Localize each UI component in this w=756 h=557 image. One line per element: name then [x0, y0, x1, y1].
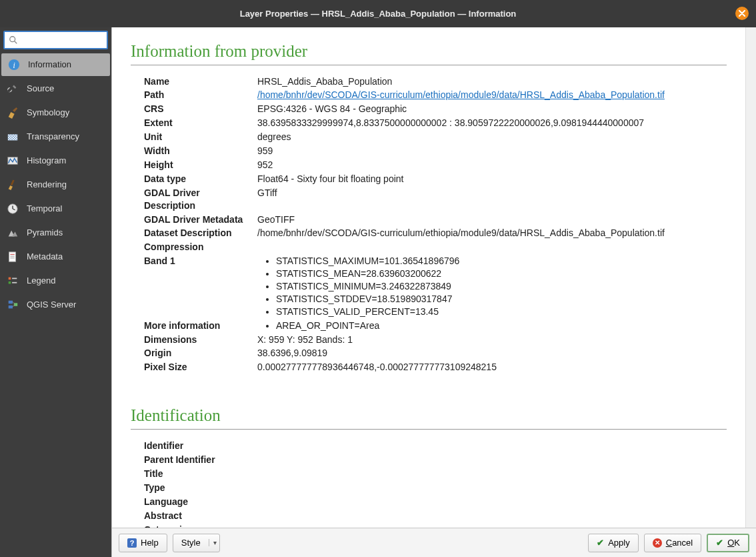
search-box[interactable] — [3, 31, 108, 49]
label-datatype: Data type — [144, 172, 257, 186]
server-icon — [5, 298, 20, 312]
apply-button[interactable]: ✔ Apply — [588, 534, 639, 552]
brush-icon — [5, 105, 20, 120]
sidebar-item-label: Rendering — [27, 179, 67, 189]
label-pixel-size: Pixel Size — [144, 360, 257, 374]
value-origin: 38.6396,9.09819 — [257, 346, 740, 360]
sidebar-item-label: Temporal — [27, 203, 62, 213]
sidebar-item-temporal[interactable]: Temporal — [0, 197, 111, 221]
label-abstract: Abstract — [144, 509, 257, 523]
identification-table: Identifier Parent Identifier Title Type … — [144, 439, 740, 528]
apply-button-label: Apply — [608, 538, 630, 548]
footer: ? Help Style ▾ ✔ Apply ✕ Cancel ✔ — [112, 528, 756, 557]
sidebar-item-label: Legend — [27, 275, 55, 286]
value-gdal-driver-meta: GeoTIFF — [257, 213, 740, 227]
search-input[interactable] — [21, 35, 103, 45]
provider-table: NameHRSL_Addis_Ababa_Population Path/hom… — [144, 75, 740, 375]
search-wrap — [0, 27, 111, 53]
help-button-label: Help — [141, 538, 159, 548]
window: Layer Properties — HRSL_Addis_Ababa_Popu… — [0, 0, 756, 557]
clock-icon — [5, 201, 20, 216]
value-dimensions: X: 959 Y: 952 Bands: 1 — [257, 333, 740, 347]
label-gdal-driver-meta: GDAL Driver Metadata — [144, 213, 257, 227]
style-button[interactable]: Style ▾ — [173, 534, 220, 552]
label-language: Language — [144, 495, 257, 509]
sidebar-item-symbology[interactable]: Symbology — [0, 101, 111, 125]
svg-text:i: i — [13, 61, 15, 69]
content-panel: Information from provider NameHRSL_Addis… — [111, 27, 756, 557]
sidebar-item-metadata[interactable]: Metadata — [0, 245, 111, 269]
cancel-button-label: Cancel — [666, 538, 693, 548]
sidebar-item-label: Pyramids — [27, 227, 63, 237]
nav-list: i Information Source Symbology Transpare… — [0, 53, 111, 557]
section-heading-provider: Information from provider — [131, 42, 727, 61]
sidebar-item-label: Symbology — [27, 107, 69, 117]
label-compression: Compression — [144, 240, 257, 254]
label-title: Title — [144, 467, 257, 481]
sidebar-item-rendering[interactable]: Rendering — [0, 173, 111, 197]
search-icon — [9, 35, 18, 45]
label-extent: Extent — [144, 116, 257, 130]
sidebar-item-histogram[interactable]: Histogram — [0, 149, 111, 173]
value-gdal-driver-desc: GTiff — [257, 186, 740, 213]
body: i Information Source Symbology Transpare… — [0, 27, 756, 557]
label-path: Path — [144, 88, 257, 102]
svg-rect-24 — [9, 305, 13, 308]
label-type: Type — [144, 481, 257, 495]
label-dimensions: Dimensions — [144, 333, 257, 347]
sidebar-item-label: Transparency — [27, 131, 79, 141]
cancel-button[interactable]: ✕ Cancel — [644, 534, 701, 552]
band1-stat: STATISTICS_STDDEV=18.519890317847 — [276, 293, 736, 306]
sidebar: i Information Source Symbology Transpare… — [0, 27, 111, 557]
label-width: Width — [144, 144, 257, 158]
sidebar-item-label: Histogram — [27, 155, 66, 165]
band1-stat: STATISTICS_MAXIMUM=101.36541896796 — [276, 255, 736, 267]
value-crs: EPSG:4326 - WGS 84 - Geographic — [257, 102, 740, 116]
info-icon: i — [7, 57, 21, 72]
ok-button[interactable]: ✔ OK — [707, 534, 749, 552]
sidebar-item-transparency[interactable]: Transparency — [0, 125, 111, 149]
paintbrush-icon — [5, 177, 20, 192]
svg-rect-9 — [11, 179, 15, 185]
sidebar-item-information[interactable]: i Information — [1, 53, 110, 76]
value-pixel-size: 0.000277777778936446748,-0.0002777777731… — [257, 360, 740, 374]
sidebar-item-pyramids[interactable]: Pyramids — [0, 221, 111, 245]
svg-point-0 — [10, 36, 15, 41]
sidebar-item-qgisserver[interactable]: QGIS Server — [0, 293, 111, 317]
help-button[interactable]: ? Help — [119, 534, 167, 552]
value-parent-identifier — [257, 453, 740, 467]
sidebar-item-source[interactable]: Source — [0, 77, 111, 101]
close-button[interactable] — [735, 7, 749, 20]
sidebar-item-label: Source — [27, 83, 54, 93]
sidebar-item-legend[interactable]: Legend — [0, 269, 111, 293]
label-dataset-desc: Dataset Description — [144, 226, 257, 240]
moreinfo-item: AREA_OR_POINT=Area — [276, 320, 736, 332]
content-scroll[interactable]: Information from provider NameHRSL_Addis… — [112, 27, 745, 528]
value-path-link[interactable]: /home/bnhr/dev/SCODA/GIS-curriculum/ethi… — [257, 89, 665, 100]
band1-stat: STATISTICS_VALID_PERCENT=13.45 — [276, 306, 736, 318]
value-type — [257, 481, 740, 495]
value-dataset-desc: /home/bnhr/dev/SCODA/GIS-curriculum/ethi… — [257, 226, 740, 240]
label-identifier: Identifier — [144, 439, 257, 453]
titlebar: Layer Properties — HRSL_Addis_Ababa_Popu… — [0, 0, 756, 27]
divider — [131, 429, 727, 430]
value-identifier — [257, 439, 740, 453]
error-icon: ✕ — [653, 538, 662, 548]
window-title: Layer Properties — HRSL_Addis_Ababa_Popu… — [240, 9, 517, 19]
label-parent-identifier: Parent Identifier — [144, 453, 257, 467]
band1-list: STATISTICS_MAXIMUM=101.36541896796 STATI… — [276, 255, 736, 318]
sidebar-item-label: Metadata — [27, 251, 63, 261]
value-abstract — [257, 509, 740, 523]
value-more-info: AREA_OR_POINT=Area — [257, 319, 740, 333]
value-unit: degrees — [257, 130, 740, 144]
transparency-icon — [5, 129, 20, 144]
close-icon — [739, 10, 745, 17]
value-datatype: Float64 - Sixty four bit floating point — [257, 172, 740, 186]
check-icon: ✔ — [716, 538, 723, 548]
label-categories: Categories — [144, 523, 257, 528]
vertical-scrollbar[interactable] — [745, 27, 756, 528]
help-icon: ? — [127, 538, 137, 548]
label-unit: Unit — [144, 130, 257, 144]
label-more-info: More information — [144, 319, 257, 333]
legend-icon — [5, 273, 20, 288]
